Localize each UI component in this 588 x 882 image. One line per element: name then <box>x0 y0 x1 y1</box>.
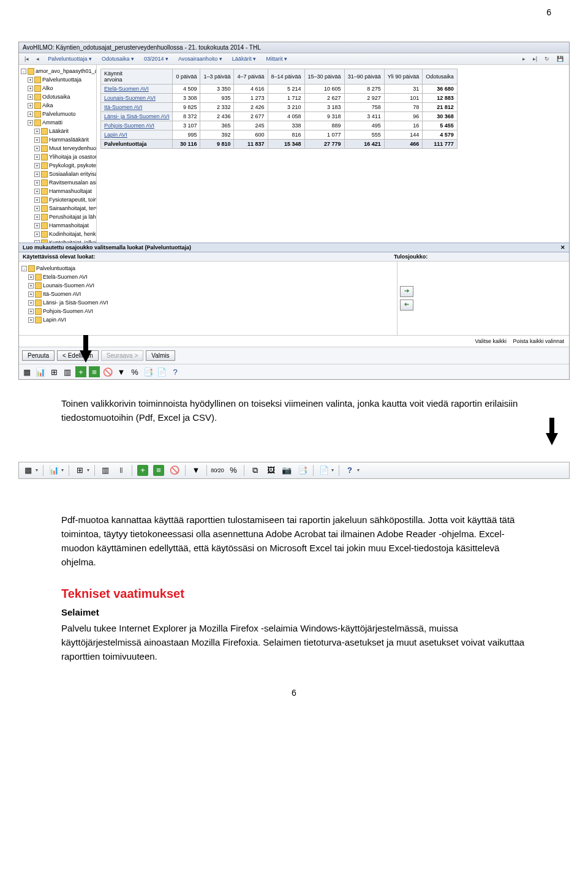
nav-next-icon[interactable]: ▸ <box>521 56 527 62</box>
tree-item[interactable]: +Palvelumuoto <box>21 110 94 118</box>
table-icon[interactable]: ⊞ <box>74 465 85 476</box>
plus-icon[interactable]: + <box>75 366 86 377</box>
document-icon[interactable]: 📄 <box>318 465 330 476</box>
page-number-top: 6 <box>0 0 588 17</box>
document-icon[interactable]: 📄 <box>156 366 167 377</box>
barchart-icon[interactable]: 📊 <box>35 366 46 377</box>
tree-item[interactable]: +Sairaanhoitajat, terveyden <box>21 204 94 213</box>
tree-item[interactable]: +Lääkärit <box>21 127 94 135</box>
ratio-icon[interactable]: 80⁄20 <box>212 465 223 476</box>
tree-item[interactable]: +Hammaslääkärit <box>21 135 94 144</box>
table-row: Itä-Suomen AVI9 8252 3322 4263 2103 1837… <box>101 103 458 112</box>
nav-last-icon[interactable]: ▸| <box>531 56 539 62</box>
help-icon[interactable]: ? <box>170 366 181 377</box>
tree-item[interactable]: +Sosiaalialan erityisasiantun <box>21 170 94 178</box>
tree-item[interactable]: +Palveluntuottaja <box>21 75 94 84</box>
tree-item[interactable]: +Alko <box>21 84 94 92</box>
prev-button[interactable]: < Edellinen <box>57 350 99 361</box>
tree-item[interactable]: +Perushoitajat ja lähihoitaja <box>21 213 94 221</box>
layout-icon[interactable]: ▥ <box>100 465 111 476</box>
annotation-arrow <box>546 433 558 445</box>
filter-role[interactable]: Lääkärit ▾ <box>229 55 260 62</box>
close-icon[interactable]: ✕ <box>560 244 565 251</box>
cancel-button[interactable]: Peruuta <box>22 350 55 361</box>
tree-root[interactable]: amor_avo_hpaasyth01_ahl_hpa <box>36 67 97 75</box>
tree-item[interactable]: +Fysioterapeutit, toimintate <box>21 195 94 204</box>
grid-icon[interactable]: ▦ <box>23 465 34 476</box>
tree-item[interactable]: +Kodinhoitajat, henkilökohti <box>21 230 94 238</box>
forbidden-icon[interactable]: 🚫 <box>102 366 113 377</box>
filter-mittarit[interactable]: Mittarit ▾ <box>263 55 290 62</box>
filter-tree-item[interactable]: +Pohjois-Suomen AVI <box>21 307 394 315</box>
tree-item[interactable]: +Kuntohoitajat, jalkojenhoit <box>21 238 94 243</box>
annotation-arrow <box>80 350 92 363</box>
filter-tree-item[interactable]: +Lapin AVI <box>21 315 394 324</box>
paragraph-2: Pdf-muotoa kannattaa käyttää raporttien … <box>61 513 527 570</box>
tree-item[interactable]: +Ylihoitaja ja osastonhoitaj <box>21 153 94 161</box>
share-icon[interactable]: ⧉ <box>249 465 260 476</box>
list-icon[interactable]: ≡ <box>153 465 164 476</box>
list-icon[interactable]: ≡ <box>89 366 100 377</box>
filter-service[interactable]: Avosairaanhoito ▾ <box>175 55 225 62</box>
plus-icon[interactable]: + <box>137 465 148 476</box>
tree-item[interactable]: +Hammashoitajat <box>21 221 94 230</box>
barchart-icon[interactable]: 📊 <box>48 465 59 476</box>
filter-tree-item[interactable]: +Itä-Suomen AVI <box>21 290 394 298</box>
table-row: Länsi- ja Sisä-Suomen AVI8 3722 4362 677… <box>101 112 458 121</box>
filter-odotusaika[interactable]: Odotusaika ▾ <box>99 55 137 62</box>
page-number-bottom: 6 <box>0 676 588 716</box>
filter-tree-item[interactable]: -Palveluntuottaja <box>21 264 394 273</box>
filter-palveluntuottaja[interactable]: Palveluntuottaja ▾ <box>45 55 95 62</box>
filter-tree-item[interactable]: +Länsi- ja Sisä-Suomen AVI <box>21 298 394 307</box>
table-icon[interactable]: ⊞ <box>48 366 59 377</box>
layout-icon[interactable]: ▥ <box>62 366 73 377</box>
tree-item[interactable]: +Odotusaika <box>21 92 94 101</box>
subsection-heading: Selaimet <box>61 607 527 617</box>
available-label: Käytettävissä olevat luokat: <box>23 254 394 260</box>
filter-icon[interactable]: ▼ <box>190 465 202 476</box>
grid-icon[interactable]: ▦ <box>21 366 32 377</box>
paragraph-1: Toinen valikkorivin toiminnoista hyödyll… <box>61 396 527 425</box>
next-button: Seuraava > <box>101 350 143 361</box>
help-icon[interactable]: ? <box>344 465 355 476</box>
percent-icon[interactable]: % <box>228 465 239 476</box>
tree-item[interactable]: +Aika <box>21 101 94 110</box>
dimension-tree[interactable]: -amor_avo_hpaasyth01_ahl_hpa +Palveluntu… <box>19 65 97 243</box>
picture-icon[interactable]: 🖼 <box>265 465 276 476</box>
table-row: Lounais-Suomen AVI3 3089351 2731 7122 62… <box>101 94 458 103</box>
filter-tree-item[interactable]: +Etelä-Suomen AVI <box>21 273 394 281</box>
toolbar-closeup: ▦▾ 📊▾ ⊞▾ ▥ ⫴ + ≡ 🚫 ▼ 80⁄20 % ⧉ 🖼 📷 📑 📄▾ … <box>18 462 570 479</box>
tree-item[interactable]: +Ammatti <box>21 118 94 127</box>
repeat-icon[interactable]: ↻ <box>543 56 551 62</box>
pivot-corner: Käynnit arvoina <box>101 69 173 85</box>
filter-icon[interactable]: ▼ <box>116 366 127 377</box>
tree-item[interactable]: +Muut terveydenhuollon eril <box>21 144 94 153</box>
pivot-table: Käynnit arvoina 0 päivää 1–3 päivää 4–7 … <box>100 69 458 149</box>
subset-panel-title: Luo mukautettu osajoukko valitsemalla lu… <box>23 244 191 251</box>
available-tree[interactable]: -Palveluntuottaja+Etelä-Suomen AVI+Louna… <box>19 262 397 335</box>
remove-icon[interactable]: ➔ <box>400 300 413 311</box>
export-icon[interactable]: 📑 <box>297 465 308 476</box>
export-icon[interactable]: 📑 <box>143 366 154 377</box>
result-list[interactable]: ➔ ➔ <box>397 262 569 335</box>
tree-item[interactable]: +Hammashuoltajat <box>21 187 94 195</box>
filter-period[interactable]: 03/2014 ▾ <box>141 55 172 62</box>
tree-item[interactable]: +Ravitsemusalan asiantuntij <box>21 178 94 187</box>
select-all-link[interactable]: Valitse kaikki <box>475 338 507 344</box>
forbidden-icon[interactable]: 🚫 <box>169 465 180 476</box>
columns-icon[interactable]: ⫴ <box>116 465 127 476</box>
tree-item[interactable]: +Psykologit, psykoterapeutit <box>21 161 94 170</box>
filter-tree-item[interactable]: +Lounais-Suomen AVI <box>21 281 394 290</box>
camera-icon[interactable]: 📷 <box>281 465 292 476</box>
nav-first-icon[interactable]: |◂ <box>23 56 31 62</box>
report-toolbar: |◂ ◂ Palveluntuottaja ▾ Odotusaika ▾ 03/… <box>19 53 569 65</box>
window-title: AvoHILMO: Käyntien_odotusajat_perusterve… <box>19 42 569 53</box>
percent-icon[interactable]: % <box>129 366 140 377</box>
nav-prev-icon[interactable]: ◂ <box>34 56 41 62</box>
clear-all-link[interactable]: Poista kaikki valinnat <box>513 338 564 344</box>
save-icon[interactable]: 💾 <box>555 56 565 62</box>
done-button[interactable]: Valmis <box>146 350 175 361</box>
add-icon[interactable]: ➔ <box>400 286 413 297</box>
table-row: Lapin AVI9953926008161 0775551444 579 <box>101 130 458 140</box>
section-heading: Tekniset vaatimukset <box>61 587 527 601</box>
